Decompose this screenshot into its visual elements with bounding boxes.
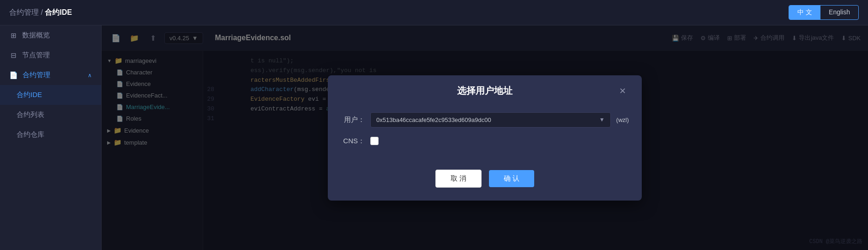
- main-layout: ⊞ 数据概览 ⊟ 节点管理 📄 合约管理 ∧ 合约IDE 合约列表 合约仓库 📄: [0, 25, 868, 250]
- breadcrumb-active: 合约IDE: [45, 8, 72, 16]
- user-label: 用户：: [341, 116, 365, 124]
- modal-close-button[interactable]: ✕: [616, 85, 629, 98]
- cns-checkbox[interactable]: [370, 137, 379, 145]
- breadcrumb-prefix: 合约管理 /: [9, 8, 45, 16]
- top-bar: 合约管理 / 合约IDE 中 文 English: [0, 0, 868, 25]
- sidebar-item-label: 合约IDE: [17, 91, 42, 99]
- content-area: 📄 📁 ⬆ v0.4.25 ▼ MarriageEvidence.sol 💾 保…: [102, 25, 868, 250]
- breadcrumb: 合约管理 / 合约IDE: [9, 8, 72, 18]
- address-select[interactable]: 0x513ba46ccacafe5fe2c9533ed609a9dc00 ▼: [370, 112, 611, 128]
- modal: 选择用户地址 ✕ 用户： 0x513ba46ccacafe5fe2c9533ed…: [328, 75, 642, 201]
- modal-footer: 取 消 确 认: [328, 166, 642, 201]
- sidebar-item-data-overview[interactable]: ⊞ 数据概览: [0, 25, 101, 45]
- grid-icon: ⊞: [9, 31, 18, 40]
- sidebar-item-label: 合约仓库: [17, 130, 44, 139]
- sidebar-item-label: 节点管理: [22, 51, 50, 60]
- sidebar-item-contract-warehouse[interactable]: 合约仓库: [0, 125, 101, 145]
- file-icon: 📄: [9, 71, 18, 79]
- lang-en-button[interactable]: English: [820, 6, 858, 19]
- sidebar-item-contract-list[interactable]: 合约列表: [0, 105, 101, 125]
- address-value: 0x513ba46ccacafe5fe2c9533ed609a9dc00: [376, 116, 596, 123]
- modal-title: 选择用户地址: [354, 85, 616, 97]
- sidebar-item-label: 数据概览: [22, 31, 50, 40]
- address-suffix: (wzl): [616, 116, 629, 123]
- chevron-up-icon: ∧: [88, 72, 92, 79]
- sidebar-item-contract-management[interactable]: 📄 合约管理 ∧: [0, 65, 101, 85]
- lang-switcher: 中 文 English: [789, 5, 859, 20]
- modal-overlay[interactable]: 选择用户地址 ✕ 用户： 0x513ba46ccacafe5fe2c9533ed…: [102, 25, 868, 250]
- modal-user-row: 用户： 0x513ba46ccacafe5fe2c9533ed609a9dc00…: [341, 112, 629, 128]
- sidebar-item-node-management[interactable]: ⊟ 节点管理: [0, 45, 101, 65]
- modal-header: 选择用户地址 ✕: [328, 75, 642, 105]
- modal-cns-row: CNS：: [341, 137, 629, 146]
- lang-zh-button[interactable]: 中 文: [789, 6, 820, 19]
- cns-label: CNS：: [341, 137, 365, 146]
- server-icon: ⊟: [9, 51, 18, 60]
- sidebar-section-label: 合约管理: [23, 71, 50, 79]
- confirm-button[interactable]: 确 认: [489, 170, 534, 187]
- chevron-down-icon: ▼: [599, 116, 605, 123]
- modal-body: 用户： 0x513ba46ccacafe5fe2c9533ed609a9dc00…: [328, 105, 642, 166]
- sidebar-item-label: 合约列表: [17, 110, 44, 119]
- sidebar-item-contract-ide[interactable]: 合约IDE: [0, 85, 101, 105]
- sidebar: ⊞ 数据概览 ⊟ 节点管理 📄 合约管理 ∧ 合约IDE 合约列表 合约仓库: [0, 25, 102, 250]
- cancel-button[interactable]: 取 消: [435, 170, 482, 188]
